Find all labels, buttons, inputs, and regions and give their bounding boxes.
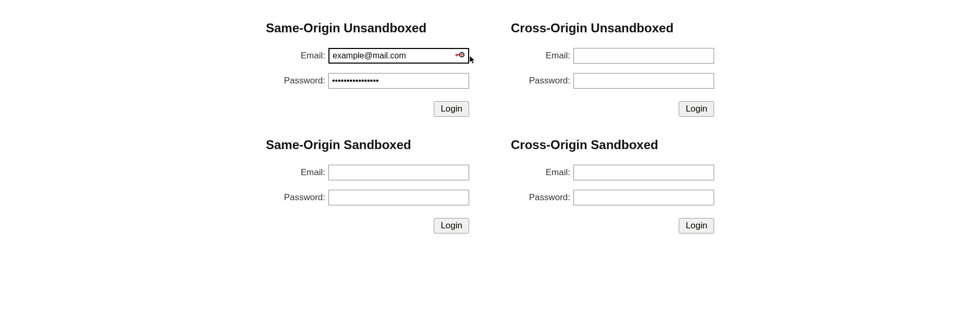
login-button[interactable]: Login: [679, 101, 714, 117]
email-field[interactable]: [573, 48, 714, 64]
form-heading: Same-Origin Sandboxed: [266, 138, 469, 152]
email-field[interactable]: [573, 165, 714, 180]
cursor-icon: [469, 55, 476, 67]
password-row: Password:: [511, 190, 714, 205]
password-row: Password:: [266, 190, 469, 205]
email-row: Email:: [511, 48, 714, 64]
form-same-origin-unsandboxed: Same-Origin Unsandboxed Email:: [266, 21, 469, 117]
form-heading: Cross-Origin Sandboxed: [511, 138, 714, 152]
email-label: Email:: [546, 167, 570, 178]
email-row: Email:: [511, 165, 714, 180]
button-row: Login: [266, 101, 469, 117]
password-row: Password:: [511, 73, 714, 89]
password-label: Password:: [529, 192, 570, 203]
password-field[interactable]: [328, 190, 469, 205]
password-label: Password:: [284, 192, 325, 203]
email-field[interactable]: [328, 48, 469, 64]
form-heading: Same-Origin Unsandboxed: [266, 21, 469, 35]
email-label: Email:: [301, 51, 325, 61]
password-label: Password:: [284, 76, 325, 86]
password-row: Password:: [266, 73, 469, 89]
login-button[interactable]: Login: [434, 218, 469, 234]
form-cross-origin-unsandboxed: Cross-Origin Unsandboxed Email: Password…: [511, 21, 714, 117]
button-row: Login: [511, 218, 714, 234]
email-field[interactable]: [328, 165, 469, 180]
email-input-wrap: [328, 48, 469, 64]
form-cross-origin-sandboxed: Cross-Origin Sandboxed Email: Password: …: [511, 138, 714, 234]
password-field[interactable]: [328, 73, 469, 89]
login-button[interactable]: Login: [434, 101, 469, 117]
password-label: Password:: [529, 76, 570, 86]
button-row: Login: [266, 218, 469, 234]
email-label: Email:: [546, 51, 570, 61]
forms-grid: Same-Origin Unsandboxed Email:: [266, 21, 714, 234]
password-field[interactable]: [573, 190, 714, 205]
button-row: Login: [511, 101, 714, 117]
email-label: Email:: [301, 167, 325, 178]
password-field[interactable]: [573, 73, 714, 89]
email-row: Email:: [266, 165, 469, 180]
login-button[interactable]: Login: [679, 218, 714, 234]
email-row: Email:: [266, 48, 469, 64]
form-heading: Cross-Origin Unsandboxed: [511, 21, 714, 35]
form-same-origin-sandboxed: Same-Origin Sandboxed Email: Password: L…: [266, 138, 469, 234]
